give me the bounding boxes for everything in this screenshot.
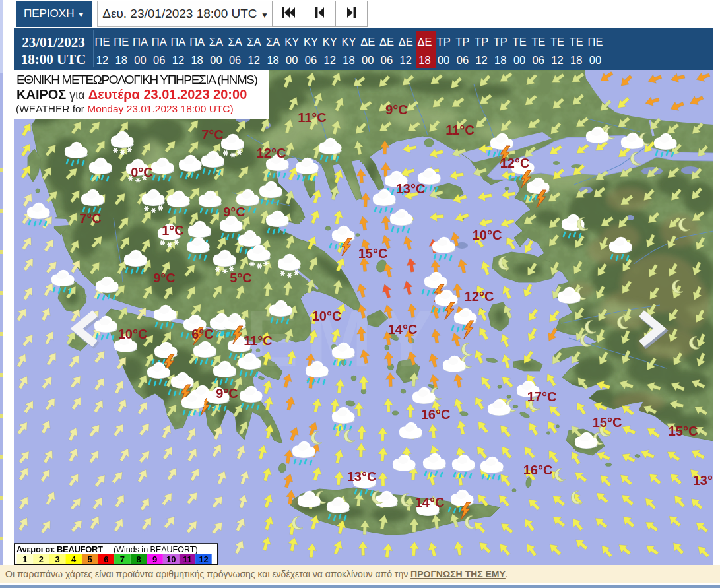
svg-text:9°C: 9°C	[385, 102, 408, 117]
svg-text:(Winds in BEAUFORT): (Winds in BEAUFORT)	[114, 545, 198, 554]
svg-text:ΕΘΝΙΚΗ ΜΕΤΕΩΡΟΛΟΓΙΚΗ ΥΠΗΡΕΣΙΑ: ΕΘΝΙΚΗ ΜΕΤΕΩΡΟΛΟΓΙΚΗ ΥΠΗΡΕΣΙΑ (HNMS)	[16, 73, 258, 86]
svg-text:1: 1	[22, 554, 27, 564]
svg-text:5°C: 5°C	[230, 271, 252, 285]
svg-text:Ανεμοι σε BEAUFORT: Ανεμοι σε BEAUFORT	[16, 544, 103, 554]
svg-text:0°C: 0°C	[131, 165, 153, 180]
svg-text:6: 6	[104, 554, 108, 564]
svg-text:9: 9	[152, 554, 157, 564]
svg-text:(WEATHER for Monday 23.01.2023: (WEATHER for Monday 23.01.2023 18:00 UTC…	[16, 103, 234, 114]
svg-text:13°C: 13°C	[347, 469, 377, 484]
svg-text:11: 11	[183, 554, 192, 564]
svg-text:15°C: 15°C	[669, 424, 698, 438]
svg-text:12°C: 12°C	[465, 289, 494, 304]
svg-text:5: 5	[88, 554, 92, 564]
svg-text:10: 10	[166, 554, 176, 564]
svg-text:10°C: 10°C	[118, 327, 148, 341]
svg-text:16°C: 16°C	[523, 463, 553, 477]
svg-text:14°C: 14°C	[388, 322, 418, 337]
svg-text:13°C: 13°C	[693, 473, 713, 488]
svg-text:11°C: 11°C	[445, 123, 475, 137]
svg-text:7: 7	[120, 554, 125, 564]
svg-text:6°C: 6°C	[191, 327, 214, 341]
svg-text:16°C: 16°C	[421, 407, 451, 422]
svg-text:9°C: 9°C	[216, 386, 238, 401]
svg-text:1°C: 1°C	[162, 223, 184, 238]
svg-text:4: 4	[71, 554, 77, 564]
svg-text:3: 3	[55, 554, 59, 564]
svg-text:2: 2	[39, 554, 44, 564]
svg-text:10°C: 10°C	[312, 309, 342, 323]
svg-text:12°C: 12°C	[500, 156, 530, 170]
svg-text:15°C: 15°C	[593, 415, 622, 430]
svg-text:12: 12	[199, 554, 208, 564]
svg-text:15°C: 15°C	[358, 246, 388, 261]
svg-text:ΚΑΙΡΟΣ για Δευτέρα 23.01.2023: ΚΑΙΡΟΣ για Δευτέρα 23.01.2023 20:00	[16, 87, 247, 102]
svg-text:12°C: 12°C	[257, 146, 286, 160]
svg-text:11°C: 11°C	[298, 110, 327, 125]
svg-text:13°C: 13°C	[396, 181, 426, 196]
svg-text:7°C: 7°C	[79, 211, 102, 226]
svg-text:9°C: 9°C	[223, 205, 245, 219]
svg-text:7°C: 7°C	[201, 127, 224, 142]
svg-text:14°C: 14°C	[415, 495, 445, 509]
svg-text:17°C: 17°C	[527, 389, 557, 404]
svg-text:10°C: 10°C	[473, 228, 502, 242]
svg-text:9°C: 9°C	[153, 271, 176, 285]
svg-text:11°C: 11°C	[244, 333, 273, 348]
svg-text:8: 8	[136, 554, 141, 564]
